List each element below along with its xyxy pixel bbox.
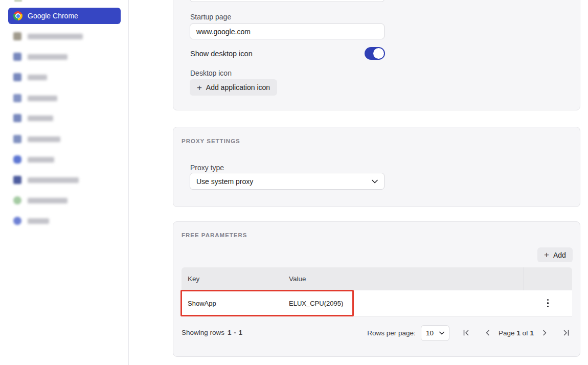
- cell-value: ELUX_CPU(2095): [289, 300, 524, 307]
- sidebar-item-redacted[interactable]: [8, 151, 121, 168]
- sidebar-item-redacted[interactable]: [8, 213, 121, 229]
- sidebar-item-google-chrome[interactable]: Google Chrome: [8, 8, 121, 24]
- previous-page-icon[interactable]: [482, 327, 493, 338]
- add-parameter-button[interactable]: + Add: [537, 247, 573, 262]
- sidebar-item-label-redacted: [28, 218, 49, 224]
- chevron-down-icon: [372, 179, 378, 184]
- add-application-icon-button[interactable]: + Add application icon: [190, 79, 277, 96]
- app-icon-redacted: [13, 176, 21, 184]
- sidebar-item-redacted[interactable]: [8, 172, 121, 188]
- sidebar-item-redacted[interactable]: [8, 110, 121, 126]
- sidebar-item-redacted[interactable]: [8, 131, 121, 147]
- add-application-icon-label: Add application icon: [206, 83, 270, 92]
- app-icon-redacted: [13, 155, 21, 164]
- sidebar-item-label-redacted: [28, 116, 53, 121]
- startup-page-label: Startup page: [190, 13, 231, 21]
- plus-icon: +: [544, 250, 549, 259]
- sidebar-item-label-redacted: [28, 54, 67, 60]
- free-parameters-title: FREE PARAMETERS: [182, 232, 247, 238]
- app-icon-redacted: [13, 73, 21, 81]
- add-parameter-label: Add: [553, 251, 566, 259]
- sidebar-item-label-redacted: [28, 177, 79, 183]
- table-header-row: Key Value: [182, 267, 572, 290]
- sidebar-item-redacted[interactable]: [8, 49, 121, 65]
- app-icon-redacted: [13, 196, 21, 204]
- sidebar-item-label-redacted: [28, 96, 57, 101]
- showing-rows-label: Showing rows: [182, 329, 224, 336]
- plus-icon: +: [197, 83, 202, 92]
- sidebar-item-redacted[interactable]: [8, 28, 121, 44]
- sidebar-item-redacted[interactable]: [8, 90, 121, 106]
- proxy-type-select[interactable]: Use system proxy: [190, 173, 385, 190]
- app-icon-redacted: [13, 94, 21, 102]
- proxy-type-value: Use system proxy: [196, 177, 253, 186]
- cell-key: ShowApp: [182, 300, 289, 307]
- general-settings-card: Startup page www.google.com Show desktop…: [173, 0, 580, 110]
- chevron-down-icon: [439, 331, 444, 335]
- app-window: Google Chrome Startup page www.google.co…: [0, 0, 588, 365]
- last-page-icon[interactable]: [560, 327, 572, 338]
- rows-per-page-value: 10: [426, 329, 434, 337]
- free-parameters-card: FREE PARAMETERS + Add Key Value ShowApp …: [173, 221, 580, 357]
- app-icon-redacted: [13, 135, 21, 143]
- show-desktop-icon-label: Show desktop icon: [190, 50, 253, 58]
- sidebar-item-label-redacted: [28, 34, 83, 39]
- rows-per-page-label: Rows per page:: [367, 329, 416, 337]
- sidebar-item-redacted[interactable]: [8, 69, 121, 85]
- sidebar-item-label-redacted: [28, 198, 67, 203]
- showing-rows-value: 1 - 1: [228, 329, 243, 336]
- column-header-actions: [524, 267, 572, 290]
- rows-per-page-select[interactable]: 10: [421, 325, 449, 341]
- column-header-key: Key: [182, 275, 289, 283]
- pagination: Rows per page: 10 Page 1 of 1: [367, 325, 572, 341]
- table-row[interactable]: ShowApp ELUX_CPU(2095): [182, 290, 572, 316]
- app-icon-redacted: [13, 53, 21, 61]
- next-page-icon[interactable]: [539, 327, 550, 338]
- showing-rows-status: Showing rows1 - 1: [182, 329, 243, 336]
- row-actions-menu-icon[interactable]: [524, 299, 572, 308]
- column-header-value: Value: [289, 275, 524, 283]
- first-page-icon[interactable]: [461, 327, 472, 338]
- truncated-input[interactable]: [190, 0, 385, 2]
- sidebar-item-label: Google Chrome: [28, 12, 78, 20]
- parameters-table: Key Value ShowApp ELUX_CPU(2095): [182, 267, 572, 316]
- proxy-settings-card: PROXY SETTINGS Proxy type Use system pro…: [173, 127, 580, 207]
- sidebar-item-label-redacted: [28, 75, 47, 80]
- app-sidebar: Google Chrome: [0, 0, 129, 365]
- chrome-icon: [13, 11, 22, 20]
- app-icon-redacted: [13, 217, 21, 225]
- desktop-icon-label: Desktop icon: [190, 69, 232, 77]
- startup-page-input[interactable]: www.google.com: [190, 24, 385, 39]
- app-icon-redacted: [13, 32, 21, 40]
- sidebar-item-label-redacted: [28, 136, 60, 142]
- truncated-app-icon: [14, 0, 22, 2]
- proxy-settings-title: PROXY SETTINGS: [182, 138, 240, 144]
- page-indicator: Page 1 of 1: [499, 329, 534, 337]
- sidebar-item-redacted[interactable]: [8, 192, 121, 209]
- sidebar-item-label-redacted: [28, 157, 54, 163]
- app-icon-redacted: [13, 114, 21, 122]
- show-desktop-icon-toggle[interactable]: [365, 47, 385, 60]
- proxy-type-label: Proxy type: [190, 164, 224, 172]
